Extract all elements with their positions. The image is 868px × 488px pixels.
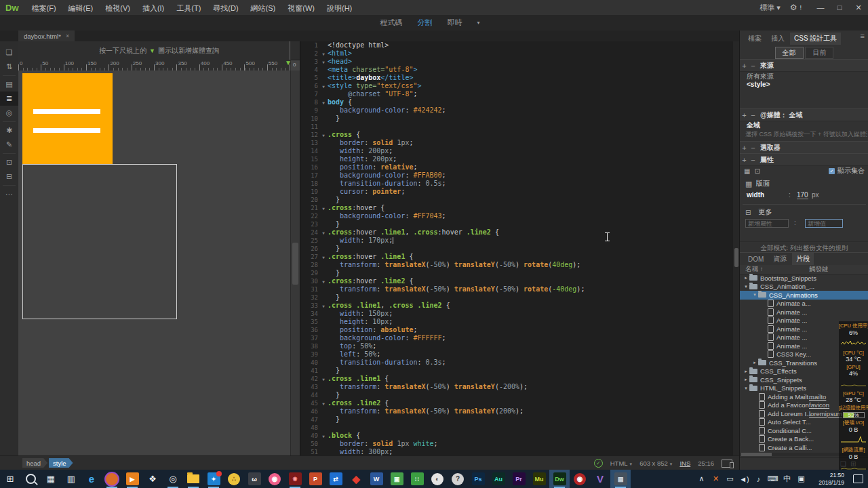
help-app-icon[interactable]: ?	[448, 470, 468, 488]
code-line-6[interactable]: 6▼<style type="text/css">	[300, 82, 733, 90]
fox-app-icon[interactable]: ❖	[142, 470, 163, 488]
tree-expand-icon[interactable]: ▾	[743, 386, 749, 391]
live-view-dropdown-icon[interactable]: ▾	[477, 20, 480, 26]
store-icon[interactable]: ▥	[61, 470, 81, 488]
owl-app-icon[interactable]: ◉	[264, 470, 285, 488]
discord-icon[interactable]: ω	[244, 470, 264, 488]
add-property-input[interactable]	[745, 219, 789, 228]
minimize-button[interactable]: —	[811, 3, 830, 12]
red-app-icon[interactable]: ✸	[285, 470, 305, 488]
tree-expand-icon[interactable]: ▸	[743, 369, 749, 374]
network-tray-icon[interactable]: ▭	[723, 474, 737, 483]
property-unit[interactable]: px	[812, 191, 819, 199]
apply-comment-icon[interactable]: ⊡	[0, 155, 18, 169]
code-line-13[interactable]: 13 border: solid 1px;	[300, 139, 733, 147]
code-line-41[interactable]: 41 }	[300, 367, 733, 375]
column-name[interactable]: 名稱 ↑	[745, 265, 763, 274]
remove-comment-icon[interactable]: ⊟	[0, 169, 18, 184]
code-line-43[interactable]: 43 transform: translateX(-50%) translate…	[300, 383, 733, 391]
menu-工具(T)[interactable]: 工具(T)	[170, 4, 207, 12]
fold-arrow-icon[interactable]: ▼	[319, 98, 328, 106]
gear-icon[interactable]: ⚙	[790, 3, 797, 12]
code-line-48[interactable]: 48	[300, 424, 733, 432]
add-source-button[interactable]: +	[740, 62, 749, 70]
audition-icon[interactable]: Au	[488, 470, 509, 488]
chat-app-icon[interactable]: ✦	[203, 470, 224, 488]
add-media-button[interactable]: +	[740, 111, 749, 119]
fold-arrow-icon[interactable]: ▼	[319, 302, 328, 310]
visual-studio-icon[interactable]: V	[590, 470, 610, 488]
tab-close-icon[interactable]: ×	[66, 33, 69, 39]
snippet-trigger[interactable]: mailto	[809, 393, 826, 401]
code-editor[interactable]: 1<!doctype html>2▼<html>3▼<head>4<meta c…	[300, 41, 740, 455]
fold-arrow-icon[interactable]: ▼	[319, 432, 328, 440]
edge-icon[interactable]: e	[81, 470, 102, 488]
format-source-code-icon[interactable]: ≣	[0, 92, 18, 106]
workspace-switcher[interactable]: 標準 ▾	[760, 3, 781, 13]
code-line-33[interactable]: 33▼.cross .line1, .cross .line2 {	[300, 302, 733, 310]
task-view-button[interactable]: ▦	[41, 470, 61, 488]
snippets-tab-片段[interactable]: 片段	[792, 253, 814, 265]
search-button[interactable]	[20, 470, 41, 488]
code-lines[interactable]: 1<!doctype html>2▼<html>3▼<head>4<meta c…	[300, 41, 733, 455]
code-line-39[interactable]: 39 left: 50%;	[300, 350, 733, 359]
code-line-23[interactable]: 23 }	[300, 220, 733, 228]
snippet-trigger[interactable]: loremipsum	[809, 410, 842, 418]
volume-tray-icon[interactable]: ◄)	[737, 475, 751, 483]
green-pixels-icon[interactable]: ∷	[407, 470, 427, 488]
panel-tab-CSS 設計工具[interactable]: CSS 設計工具	[790, 33, 841, 45]
fold-arrow-icon[interactable]: ▼	[319, 399, 328, 407]
code-line-42[interactable]: 42▼.cross .line1 {	[300, 375, 733, 383]
code-line-25[interactable]: 25 width: 170px;	[300, 237, 733, 245]
fold-arrow-icon[interactable]: ▼	[319, 82, 328, 90]
menu-網站(S)[interactable]: 網站(S)	[245, 4, 282, 12]
tree-folder-CSS_Animation_...[interactable]: ▾CSS_Animation_...	[740, 283, 868, 291]
code-line-15[interactable]: 15 height: 200px;	[300, 155, 733, 163]
cross-element[interactable]	[22, 73, 113, 165]
add-property-button[interactable]: +	[740, 156, 749, 164]
add-value-input[interactable]	[805, 219, 843, 228]
code-line-38[interactable]: 38 top: 50%;	[300, 342, 733, 350]
code-line-9[interactable]: 9 background-color: #424242;	[300, 106, 733, 115]
photoshop-icon[interactable]: Ps	[468, 470, 488, 488]
palette-app-icon[interactable]: ∴	[224, 470, 244, 488]
live-view-options-icon[interactable]: ▤	[0, 77, 18, 92]
tree-expand-icon[interactable]: ▸	[743, 275, 749, 281]
horizontal-ruler[interactable]: 050100150200250300350400450500550	[18, 60, 291, 71]
close-button[interactable]: ✕	[849, 3, 868, 12]
taskbar-clock[interactable]: 21:502018/1/19	[812, 472, 844, 486]
panel-menu-icon[interactable]: ≡	[861, 32, 865, 40]
maximize-button[interactable]: □	[830, 3, 849, 12]
edit-tool-icon[interactable]: ✎	[0, 138, 18, 152]
code-line-32[interactable]: 32 }	[300, 293, 733, 302]
code-line-36[interactable]: 36 position: absolute;	[300, 326, 733, 334]
code-line-18[interactable]: 18 transition-duration: 0.5s;	[300, 180, 733, 188]
show-set-checkbox[interactable]: ✓ 顯示集合	[829, 166, 865, 176]
tree-file-Animate ...[interactable]: Animate ...	[740, 308, 868, 317]
fold-arrow-icon[interactable]: ▼	[319, 375, 328, 383]
snippets-tab-資源[interactable]: 資源	[769, 253, 791, 265]
remove-selector-button[interactable]: −	[749, 144, 757, 152]
remove-media-button[interactable]: −	[749, 111, 757, 119]
tag-selector-style[interactable]: style	[49, 458, 73, 468]
tree-folder-Bootstrap_Snippets[interactable]: ▸Bootstrap_Snippets	[740, 274, 868, 283]
code-line-51[interactable]: 51 width: 300px;	[300, 448, 733, 455]
ime-language-icon[interactable]: 中	[780, 474, 794, 484]
code-line-34[interactable]: 34 width: 150px;	[300, 310, 733, 318]
add-selector-button[interactable]: +	[740, 144, 749, 152]
code-line-45[interactable]: 45▼.cross .line2 {	[300, 399, 733, 407]
code-line-8[interactable]: 8▼body {	[300, 98, 733, 106]
menu-尋找(D)[interactable]: 尋找(D)	[207, 4, 244, 12]
teamviewer-icon[interactable]: ⇄	[326, 470, 346, 488]
code-line-35[interactable]: 35 height: 10px;	[300, 318, 733, 326]
document-tab[interactable]: daybox.html* ×	[18, 30, 75, 41]
fold-arrow-icon[interactable]: ▼	[319, 204, 328, 212]
code-line-10[interactable]: 10 }	[300, 115, 733, 123]
menu-插入(I)[interactable]: 插入(I)	[136, 4, 170, 12]
property-value[interactable]: 170	[797, 191, 808, 199]
code-line-1[interactable]: 1<!doctype html>	[300, 41, 733, 49]
tree-expand-icon[interactable]: ▾	[751, 292, 758, 298]
menu-編輯(E)[interactable]: 編輯(E)	[62, 4, 100, 12]
target-app-icon[interactable]: ◎	[163, 470, 183, 488]
code-line-20[interactable]: 20 }	[300, 196, 733, 204]
